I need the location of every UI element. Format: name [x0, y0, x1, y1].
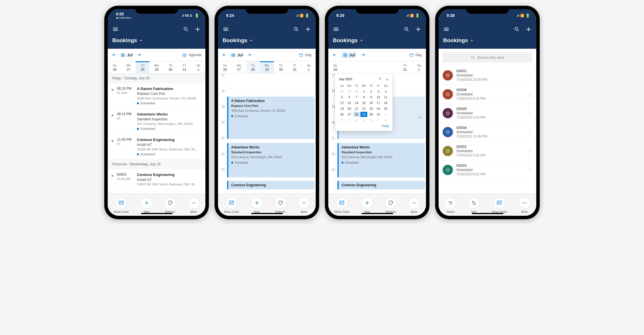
home-indicator[interactable]: [362, 213, 393, 214]
cal-day[interactable]: 1: [360, 89, 367, 94]
week-day[interactable]: [342, 61, 356, 73]
next-month-icon[interactable]: [385, 77, 389, 81]
cal-day[interactable]: 16: [368, 100, 374, 105]
row-more-icon[interactable]: ⋮: [527, 72, 532, 79]
cal-day[interactable]: 31: [375, 112, 382, 117]
cal-day[interactable]: 5: [339, 95, 345, 100]
cal-day[interactable]: 7: [353, 95, 360, 100]
week-day[interactable]: Mo 27: [232, 61, 246, 73]
cal-day[interactable]: 17: [375, 100, 382, 105]
week-day[interactable]: Th 30: [274, 61, 288, 73]
cal-day[interactable]: 21: [353, 106, 360, 111]
show-chart-button[interactable]: Show Chart: [492, 197, 506, 213]
home-indicator[interactable]: [251, 213, 283, 214]
week-day[interactable]: Sa 1: [191, 61, 205, 73]
cal-day[interactable]: 5: [360, 117, 367, 123]
cal-day[interactable]: 10: [375, 95, 382, 100]
week-day[interactable]: Su 26: [108, 61, 122, 73]
cal-day[interactable]: 6: [368, 117, 374, 123]
cal-day[interactable]: 19: [339, 106, 345, 111]
agenda-list[interactable]: Today - Tuesday, July 28 06:15 PM 2h 30m…: [108, 74, 205, 193]
cal-day[interactable]: 20: [346, 106, 352, 111]
cal-day[interactable]: 18: [382, 100, 389, 105]
agenda-item[interactable]: 11:45 PM 1h Contoso Engineering Install …: [108, 134, 205, 160]
refresh-button[interactable]: Refresh: [275, 197, 286, 213]
prev-month-icon[interactable]: [378, 77, 382, 81]
cal-day[interactable]: 15: [360, 100, 367, 105]
list-item[interactable]: O 00002 Scheduled 7/29/2020 3:30 PM ⋮: [439, 142, 536, 160]
cal-day[interactable]: 30: [353, 89, 360, 94]
cal-day[interactable]: 30: [368, 112, 374, 117]
cal-day[interactable]: 14: [353, 100, 360, 105]
cal-day[interactable]: 2: [368, 89, 374, 94]
home-indicator[interactable]: [141, 213, 172, 214]
search-icon[interactable]: [514, 26, 520, 32]
event-block[interactable]: Adventure Works Standard Inspection 162 …: [227, 143, 315, 177]
cal-day[interactable]: 4: [382, 89, 389, 94]
event-block[interactable]: Adventure Works Standard Inspection 162 …: [337, 143, 425, 177]
cal-day[interactable]: 2: [339, 117, 345, 123]
prev-button[interactable]: [222, 52, 227, 57]
event-block[interactable]: Contoso Engineering: [337, 181, 425, 189]
week-day[interactable]: [384, 61, 398, 73]
add-icon[interactable]: [525, 26, 532, 32]
list-item[interactable]: O 00005 Scheduled 7/28/2020 9:15 PM ⋮: [439, 104, 536, 123]
prev-button[interactable]: [112, 52, 117, 57]
menu-icon[interactable]: [333, 26, 339, 32]
show-chart-button[interactable]: Show Chart: [224, 197, 239, 213]
week-day[interactable]: [370, 61, 384, 73]
week-day[interactable]: Th 30: [164, 61, 178, 73]
view-selector[interactable]: Bookings: [443, 34, 532, 49]
sort-button[interactable]: Sort: [468, 197, 480, 213]
cal-day[interactable]: 13: [346, 100, 352, 105]
cal-day[interactable]: 9: [368, 95, 374, 100]
cal-day[interactable]: 27: [346, 112, 352, 117]
cal-day[interactable]: 1: [382, 112, 389, 117]
week-day[interactable]: [356, 61, 370, 73]
more-button[interactable]: More: [298, 197, 310, 213]
week-day[interactable]: Sa 1: [302, 61, 316, 73]
row-more-icon[interactable]: ⋮: [527, 167, 532, 173]
add-icon[interactable]: [305, 26, 311, 32]
event-block[interactable]: Contoso Engineering: [227, 181, 315, 189]
cal-day[interactable]: 29: [360, 112, 367, 117]
cal-day[interactable]: 3: [375, 89, 382, 94]
week-day[interactable]: Tu 28: [136, 61, 150, 73]
search-input[interactable]: Search this view: [443, 52, 532, 62]
cal-day[interactable]: 3: [346, 117, 352, 123]
cal-day[interactable]: 4: [353, 117, 360, 123]
week-day[interactable]: Fr 31: [178, 61, 192, 73]
record-list[interactable]: O 00001 Scheduled 7/24/2020 10:00 PM ⋮ O…: [439, 66, 536, 193]
view-mode-picker[interactable]: Day: [299, 53, 312, 57]
row-more-icon[interactable]: ⋮: [527, 129, 532, 135]
week-day[interactable]: Su 26: [218, 61, 232, 73]
add-icon[interactable]: [195, 26, 201, 32]
cal-day[interactable]: 8: [382, 117, 389, 123]
search-icon[interactable]: [183, 26, 189, 32]
list-item[interactable]: O 00004 Scheduled 7/28/2020 11:45 PM ⋮: [439, 123, 536, 142]
cal-day[interactable]: 11: [382, 95, 389, 100]
add-icon[interactable]: [415, 26, 421, 32]
menu-icon[interactable]: [443, 26, 449, 32]
row-more-icon[interactable]: ⋮: [527, 148, 532, 154]
menu-icon[interactable]: [112, 26, 119, 32]
next-button[interactable]: [137, 52, 142, 57]
agenda-item[interactable]: 09:15 PM 2h Adventure Works Standard Ins…: [108, 109, 205, 134]
next-button[interactable]: [361, 52, 366, 57]
week-day[interactable]: We 29: [260, 61, 274, 73]
select-button[interactable]: Select: [445, 197, 456, 213]
today-link[interactable]: Today: [339, 124, 389, 128]
agenda-item[interactable]: ENDS 12:45 AM Contoso Engineering Instal…: [108, 169, 205, 191]
search-icon[interactable]: [293, 26, 299, 32]
week-day[interactable]: Mo 27: [122, 61, 136, 73]
cal-day[interactable]: 12: [339, 100, 345, 105]
view-mode-picker[interactable]: Agenda: [182, 53, 201, 57]
row-more-icon[interactable]: ⋮: [527, 110, 532, 116]
view-selector[interactable]: Bookings: [223, 34, 311, 49]
refresh-button[interactable]: Refresh: [164, 197, 176, 213]
more-button[interactable]: More: [519, 197, 530, 213]
more-button[interactable]: More: [409, 197, 420, 213]
new-button[interactable]: New: [141, 197, 152, 213]
list-item[interactable]: O 00003 Scheduled 7/29/2020 6:15 PM ⋮: [439, 160, 536, 179]
cal-day[interactable]: 7: [375, 117, 382, 123]
